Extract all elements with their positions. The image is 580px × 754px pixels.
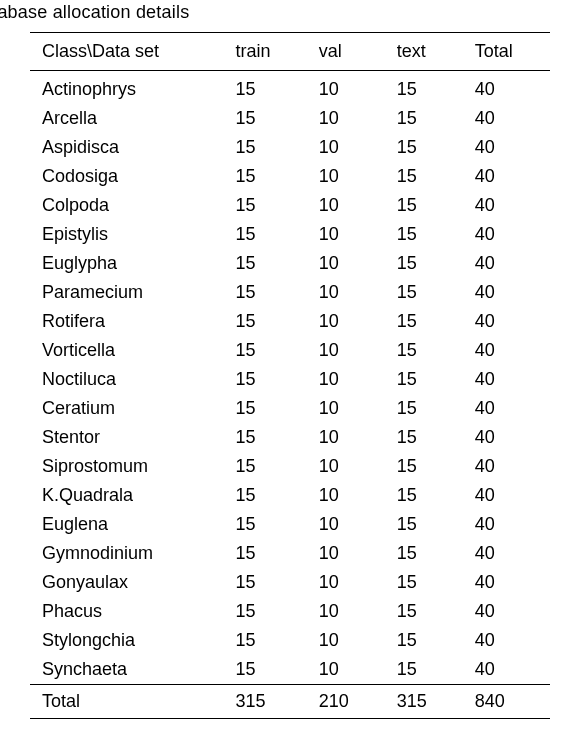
table-row: Stentor15101540	[30, 423, 550, 452]
cell-total: 40	[467, 568, 550, 597]
cell-class: Colpoda	[30, 191, 228, 220]
table-row: Siprostomum15101540	[30, 452, 550, 481]
cell-text: 15	[389, 307, 467, 336]
cell-text: 15	[389, 626, 467, 655]
cell-total: 40	[467, 191, 550, 220]
cell-class: Synchaeta	[30, 655, 228, 685]
total-cell-text: 315	[389, 685, 467, 719]
cell-total: 40	[467, 597, 550, 626]
table-row: Euglypha15101540	[30, 249, 550, 278]
cell-val: 10	[311, 452, 389, 481]
table-row: Codosiga15101540	[30, 162, 550, 191]
cell-text: 15	[389, 481, 467, 510]
table-row: Aspidisca15101540	[30, 133, 550, 162]
table-row: Phacus15101540	[30, 597, 550, 626]
cell-class: Aspidisca	[30, 133, 228, 162]
cell-val: 10	[311, 423, 389, 452]
cell-train: 15	[228, 104, 311, 133]
cell-class: Stylongchia	[30, 626, 228, 655]
table-row: Paramecium15101540	[30, 278, 550, 307]
cell-train: 15	[228, 568, 311, 597]
cell-total: 40	[467, 510, 550, 539]
total-cell-val: 210	[311, 685, 389, 719]
cell-text: 15	[389, 655, 467, 685]
cell-text: 15	[389, 191, 467, 220]
header-text: text	[389, 33, 467, 71]
cell-train: 15	[228, 452, 311, 481]
cell-val: 10	[311, 394, 389, 423]
cell-val: 10	[311, 162, 389, 191]
table-row: Stylongchia15101540	[30, 626, 550, 655]
cell-class: Ceratium	[30, 394, 228, 423]
table-row: Synchaeta15101540	[30, 655, 550, 685]
cell-val: 10	[311, 104, 389, 133]
cell-class: K.Quadrala	[30, 481, 228, 510]
cell-class: Paramecium	[30, 278, 228, 307]
cell-text: 15	[389, 394, 467, 423]
table-caption: atabase allocation details	[0, 2, 189, 23]
cell-class: Vorticella	[30, 336, 228, 365]
cell-text: 15	[389, 336, 467, 365]
table-row: Arcella15101540	[30, 104, 550, 133]
cell-train: 15	[228, 220, 311, 249]
table-row: Gymnodinium15101540	[30, 539, 550, 568]
cell-total: 40	[467, 220, 550, 249]
header-train: train	[228, 33, 311, 71]
cell-val: 10	[311, 365, 389, 394]
cell-total: 40	[467, 539, 550, 568]
cell-train: 15	[228, 133, 311, 162]
cell-val: 10	[311, 278, 389, 307]
total-cell-class: Total	[30, 685, 228, 719]
cell-total: 40	[467, 626, 550, 655]
cell-train: 15	[228, 394, 311, 423]
cell-class: Actinophrys	[30, 71, 228, 105]
cell-text: 15	[389, 539, 467, 568]
cell-text: 15	[389, 568, 467, 597]
cell-train: 15	[228, 626, 311, 655]
cell-class: Euglena	[30, 510, 228, 539]
cell-val: 10	[311, 133, 389, 162]
cell-val: 10	[311, 597, 389, 626]
cell-total: 40	[467, 365, 550, 394]
cell-text: 15	[389, 278, 467, 307]
cell-val: 10	[311, 336, 389, 365]
table-row: K.Quadrala15101540	[30, 481, 550, 510]
cell-val: 10	[311, 568, 389, 597]
cell-text: 15	[389, 249, 467, 278]
cell-val: 10	[311, 191, 389, 220]
cell-class: Siprostomum	[30, 452, 228, 481]
cell-class: Epistylis	[30, 220, 228, 249]
cell-text: 15	[389, 162, 467, 191]
cell-text: 15	[389, 365, 467, 394]
cell-text: 15	[389, 104, 467, 133]
cell-total: 40	[467, 655, 550, 685]
cell-total: 40	[467, 394, 550, 423]
cell-val: 10	[311, 249, 389, 278]
table-row: Vorticella15101540	[30, 336, 550, 365]
table-row: Epistylis15101540	[30, 220, 550, 249]
header-total: Total	[467, 33, 550, 71]
cell-train: 15	[228, 365, 311, 394]
cell-total: 40	[467, 133, 550, 162]
cell-val: 10	[311, 71, 389, 105]
cell-train: 15	[228, 307, 311, 336]
total-cell-train: 315	[228, 685, 311, 719]
table-row: Noctiluca15101540	[30, 365, 550, 394]
cell-val: 10	[311, 539, 389, 568]
cell-train: 15	[228, 249, 311, 278]
cell-text: 15	[389, 597, 467, 626]
cell-class: Euglypha	[30, 249, 228, 278]
table-row: Colpoda15101540	[30, 191, 550, 220]
cell-total: 40	[467, 162, 550, 191]
cell-train: 15	[228, 278, 311, 307]
cell-val: 10	[311, 655, 389, 685]
total-cell-total: 840	[467, 685, 550, 719]
table-row: Ceratium15101540	[30, 394, 550, 423]
cell-class: Gymnodinium	[30, 539, 228, 568]
cell-train: 15	[228, 336, 311, 365]
cell-text: 15	[389, 510, 467, 539]
cell-class: Gonyaulax	[30, 568, 228, 597]
cell-total: 40	[467, 71, 550, 105]
cell-train: 15	[228, 539, 311, 568]
table-row: Rotifera15101540	[30, 307, 550, 336]
